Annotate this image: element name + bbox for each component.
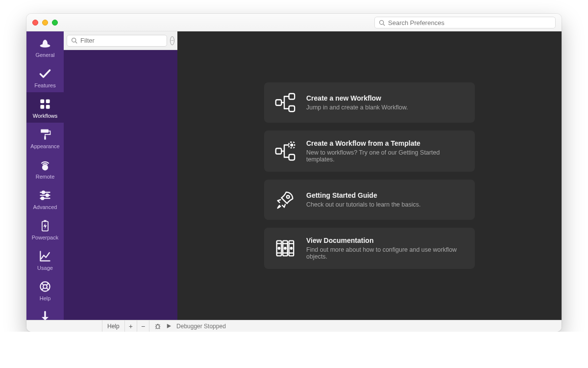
svg-point-15 bbox=[41, 197, 44, 200]
remote-icon bbox=[38, 158, 52, 172]
titlebar bbox=[26, 14, 562, 31]
card-view-docs[interactable]: View Documentation Find out more about h… bbox=[264, 228, 475, 269]
play-icon[interactable] bbox=[166, 323, 172, 329]
svg-point-0 bbox=[380, 20, 384, 24]
sidebar-item-label: Features bbox=[34, 82, 55, 88]
card-getting-started[interactable]: Getting Started Guide Check out our tuto… bbox=[264, 180, 475, 220]
svg-point-39 bbox=[287, 195, 290, 198]
svg-point-31 bbox=[173, 40, 173, 41]
chart-line-icon bbox=[38, 249, 52, 263]
svg-rect-32 bbox=[276, 100, 282, 105]
filter-input[interactable] bbox=[80, 37, 163, 44]
sidebar-item-usage[interactable]: Usage bbox=[26, 244, 64, 275]
svg-line-1 bbox=[383, 24, 385, 25]
sidebar-item-general[interactable]: General bbox=[26, 31, 64, 62]
sidebar-item-label: Powerpack bbox=[32, 235, 58, 240]
search-icon bbox=[71, 37, 77, 44]
sidebar-item-powerpack[interactable]: Powerpack bbox=[26, 214, 64, 244]
svg-point-9 bbox=[42, 164, 48, 170]
preferences-window: General Features Workflows Appearance Re… bbox=[26, 14, 562, 332]
main-content: Create a new Workflow Jump in and create… bbox=[177, 31, 562, 320]
card-from-template[interactable]: Create a Workflow from a Template New to… bbox=[264, 131, 475, 172]
grid-icon bbox=[38, 97, 52, 111]
svg-point-11 bbox=[42, 191, 45, 193]
filter-bar bbox=[64, 31, 177, 50]
books-icon bbox=[274, 237, 296, 260]
svg-marker-18 bbox=[44, 223, 47, 229]
svg-line-23 bbox=[42, 288, 44, 290]
sidebar-item-appearance[interactable]: Appearance bbox=[26, 123, 64, 153]
svg-line-24 bbox=[47, 288, 49, 290]
sidebar-item-features[interactable]: Features bbox=[26, 62, 64, 92]
battery-bolt-icon bbox=[38, 219, 52, 233]
lifebuoy-icon bbox=[38, 280, 52, 293]
bug-icon bbox=[154, 323, 161, 330]
sidebar-item-remote[interactable]: Remote bbox=[26, 153, 64, 184]
search-preferences-field[interactable] bbox=[374, 17, 556, 28]
close-window-button[interactable] bbox=[32, 20, 38, 26]
getting-started-cards: Create a new Workflow Jump in and create… bbox=[177, 31, 562, 320]
sliders-icon bbox=[38, 188, 52, 202]
sidebar-item-help[interactable]: Help bbox=[26, 275, 64, 305]
svg-rect-8 bbox=[44, 136, 46, 140]
svg-line-22 bbox=[47, 283, 49, 285]
card-subtitle: Find out more about how to configure and… bbox=[306, 246, 465, 260]
svg-point-29 bbox=[171, 40, 172, 41]
filter-options-button[interactable] bbox=[170, 36, 174, 45]
check-icon bbox=[38, 67, 52, 80]
svg-rect-17 bbox=[44, 220, 46, 222]
svg-rect-7 bbox=[41, 130, 49, 133]
sidebar-item-label: Remote bbox=[36, 174, 55, 180]
card-subtitle: Jump in and create a blank Workflow. bbox=[306, 104, 408, 111]
sidebar: General Features Workflows Appearance Re… bbox=[26, 31, 64, 320]
zoom-window-button[interactable] bbox=[52, 20, 58, 26]
svg-point-38 bbox=[291, 144, 293, 146]
bottom-bar: Help + − Debugger Stopped bbox=[26, 320, 562, 332]
svg-point-30 bbox=[172, 40, 172, 41]
help-button[interactable]: Help bbox=[102, 320, 125, 332]
card-title: Create a new Workflow bbox=[306, 94, 408, 102]
sidebar-item-advanced[interactable]: Advanced bbox=[26, 184, 64, 214]
svg-rect-34 bbox=[289, 106, 295, 112]
card-title: Create a Workflow from a Template bbox=[306, 139, 465, 147]
search-preferences-input[interactable] bbox=[388, 19, 551, 26]
sidebar-item-label: Usage bbox=[37, 265, 53, 271]
debugger-status-text: Debugger Stopped bbox=[176, 323, 226, 330]
rocket-icon bbox=[274, 188, 296, 211]
svg-rect-35 bbox=[276, 148, 282, 154]
workflow-list-empty bbox=[64, 50, 177, 320]
search-icon bbox=[379, 20, 385, 26]
workflow-nodes-icon bbox=[274, 91, 296, 114]
minimize-window-button[interactable] bbox=[42, 20, 48, 26]
svg-marker-53 bbox=[167, 324, 171, 328]
add-workflow-button[interactable]: + bbox=[125, 320, 137, 332]
window-body: General Features Workflows Appearance Re… bbox=[26, 31, 562, 320]
svg-line-28 bbox=[75, 42, 77, 43]
svg-rect-5 bbox=[40, 105, 44, 109]
svg-rect-33 bbox=[289, 94, 295, 100]
remove-workflow-button[interactable]: − bbox=[137, 320, 149, 332]
filter-field[interactable] bbox=[67, 35, 167, 47]
sidebar-item-label: Advanced bbox=[33, 204, 57, 210]
svg-rect-3 bbox=[40, 99, 44, 103]
debugger-status: Debugger Stopped bbox=[149, 323, 231, 330]
ellipsis-icon bbox=[171, 39, 174, 42]
hat-icon bbox=[38, 36, 52, 50]
svg-point-44 bbox=[284, 247, 286, 249]
sidebar-item-label: Workflows bbox=[33, 113, 58, 119]
workflow-template-icon bbox=[274, 140, 296, 162]
svg-point-43 bbox=[278, 247, 280, 249]
sidebar-item-label: Help bbox=[40, 295, 51, 301]
svg-rect-4 bbox=[46, 99, 50, 103]
svg-point-13 bbox=[46, 194, 49, 196]
svg-rect-37 bbox=[289, 155, 295, 160]
card-subtitle: Check out our tutorials to learn the bas… bbox=[306, 201, 420, 208]
svg-point-52 bbox=[156, 324, 159, 328]
card-new-workflow[interactable]: Create a new Workflow Jump in and create… bbox=[264, 82, 475, 123]
sidebar-item-workflows[interactable]: Workflows bbox=[26, 92, 64, 123]
card-subtitle: New to workflows? Try one of our Getting… bbox=[306, 149, 465, 163]
svg-point-45 bbox=[291, 247, 292, 249]
sidebar-item-label: General bbox=[35, 52, 54, 58]
paint-roller-icon bbox=[38, 128, 52, 141]
card-title: Getting Started Guide bbox=[306, 191, 420, 199]
